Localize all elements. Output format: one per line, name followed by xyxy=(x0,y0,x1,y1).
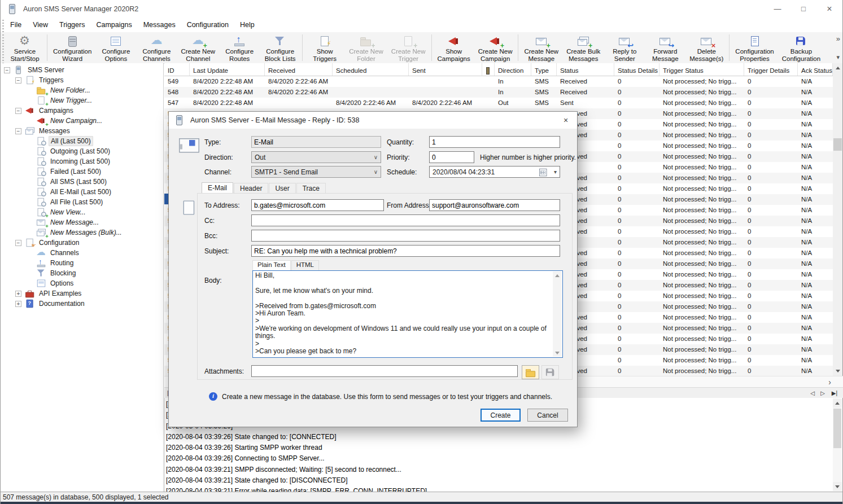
toolbar-button-create-new-channel[interactable]: +Create New Channel xyxy=(177,32,219,63)
tree-item-new-message[interactable]: +New Message... xyxy=(1,217,163,227)
toolbar-button-delete-message-s[interactable]: ×Delete Message(s) xyxy=(685,32,727,63)
log-scroll-up-arrow[interactable] xyxy=(833,398,842,407)
column-header-received[interactable]: Received xyxy=(265,63,333,76)
menu-item-configuration[interactable]: Configuration xyxy=(181,17,234,32)
cancel-button[interactable]: Cancel xyxy=(527,409,568,422)
tree-item-new-campaign[interactable]: +New Campaign... xyxy=(1,116,163,126)
tab-plain-text[interactable]: Plain Text xyxy=(252,260,291,270)
minimize-button[interactable]: — xyxy=(765,0,790,17)
menu-item-campaigns[interactable]: Campaigns xyxy=(90,17,137,32)
cc-input[interactable] xyxy=(251,214,560,226)
close-button[interactable]: × xyxy=(816,0,842,17)
toolbar-button-configure-routes[interactable]: Configure Routes xyxy=(219,32,260,63)
body-scroll-up-arrow[interactable] xyxy=(553,271,562,279)
log-scrollbar[interactable] xyxy=(833,398,842,491)
body-scrollbar[interactable] xyxy=(553,271,562,357)
tree-item-triggers[interactable]: −Triggers xyxy=(1,75,163,85)
quantity-input[interactable] xyxy=(429,136,560,148)
tree-item-outgoing-last-500[interactable]: Outgoing (Last 500) xyxy=(1,146,163,156)
toolbar-button-configure-options[interactable]: Configure Options xyxy=(95,32,136,63)
toolbar-button-show-triggers[interactable]: Show Triggers xyxy=(304,32,345,63)
tree-item-sms-server[interactable]: −SMS Server xyxy=(1,65,163,75)
toolbar-button-service-start-stop[interactable]: Service Start/Stop xyxy=(5,32,45,63)
toolbar-button-create-bulk-messages[interactable]: +Create Bulk Messages xyxy=(562,32,604,63)
menu-item-help[interactable]: Help xyxy=(234,17,260,32)
previous-record-button[interactable]: ◁ xyxy=(809,389,816,397)
tree-item-configuration[interactable]: −Configuration xyxy=(1,238,163,248)
menu-item-view[interactable]: View xyxy=(27,17,54,32)
direction-dropdown[interactable]: Out ∨ xyxy=(251,151,381,163)
toolbar-button-configuration-wizard[interactable]: Configuration Wizard xyxy=(49,32,95,63)
table-row-549[interactable]: 5498/4/2020 2:22:48 AM8/4/2020 2:22:46 A… xyxy=(164,76,833,87)
toolbar-button-reply-to-sender[interactable]: ↩Reply to Sender xyxy=(604,32,645,63)
column-header-status-details[interactable]: Status Details xyxy=(614,63,659,76)
browse-attachment-button[interactable] xyxy=(522,365,539,379)
tree-item-all-last-500[interactable]: All (Last 500) xyxy=(1,136,163,146)
create-button[interactable]: Create xyxy=(481,409,521,422)
column-header-status[interactable]: Status xyxy=(557,63,614,76)
attachments-input[interactable] xyxy=(251,365,518,377)
table-row-547[interactable]: 5478/4/2020 2:22:48 AM8/4/2020 2:22:46 A… xyxy=(164,98,833,108)
toolbar-options-arrow[interactable]: ▾ xyxy=(836,54,840,61)
tree-item-options[interactable]: Options xyxy=(1,278,163,288)
menu-item-triggers[interactable]: Triggers xyxy=(54,17,90,32)
dialog-close-icon[interactable]: × xyxy=(554,112,577,129)
tree-item-new-view[interactable]: +New View... xyxy=(1,207,163,217)
tree-expander[interactable]: − xyxy=(15,128,21,134)
last-record-button[interactable]: ▶| xyxy=(830,389,839,397)
tab-user[interactable]: User xyxy=(269,183,295,194)
column-header-trigger-status[interactable]: Trigger Status xyxy=(659,63,744,76)
tree-expander[interactable]: + xyxy=(15,301,21,307)
schedule-picker[interactable]: 2020/08/04 04:23:31 ▾ xyxy=(429,166,560,178)
maximize-button[interactable]: □ xyxy=(790,0,816,17)
column-header-direction[interactable]: Direction xyxy=(495,63,531,76)
column-header-id[interactable]: ID xyxy=(164,63,190,76)
table-row-548[interactable]: 5488/4/2020 2:22:48 AM8/4/2020 2:22:46 A… xyxy=(164,87,833,98)
toolbar-button-configuration-properties[interactable]: Configuration Properties xyxy=(731,32,778,63)
next-record-button[interactable]: ▷ xyxy=(819,389,827,397)
column-header-ack-status[interactable]: Ack Status xyxy=(798,63,833,76)
tree-expander[interactable]: − xyxy=(15,77,21,84)
tree-item-new-folder[interactable]: +New Folder... xyxy=(1,85,163,95)
tree-item-campaigns[interactable]: −Campaigns xyxy=(1,106,163,116)
tree-item-all-sms-last-500[interactable]: All SMS (Last 500) xyxy=(1,177,163,187)
tree-expander[interactable]: − xyxy=(15,108,21,114)
column-header-trigger-details[interactable]: Trigger Details xyxy=(744,63,798,76)
menu-item-messages[interactable]: Messages xyxy=(138,17,181,32)
column-header-type[interactable]: Type xyxy=(531,63,557,76)
tree-item-incoming-last-500[interactable]: Incoming (Last 500) xyxy=(1,156,163,166)
scroll-up-arrow[interactable] xyxy=(833,63,842,73)
toolbar-overflow-button[interactable]: » xyxy=(836,34,840,43)
body-editor[interactable]: Hi Bill, Sure, let me know what's on you… xyxy=(252,270,563,358)
log-scroll-down-arrow[interactable] xyxy=(833,482,842,491)
tree-item-all-e-mail-last-500[interactable]: All E-Mail (Last 500) xyxy=(1,187,163,197)
tab-header[interactable]: Header xyxy=(234,183,268,194)
tree-expander[interactable]: − xyxy=(4,67,10,73)
body-scroll-down-arrow[interactable] xyxy=(553,349,562,357)
tab-trace[interactable]: Trace xyxy=(296,183,326,194)
scrollbar-thumb[interactable] xyxy=(833,138,842,151)
from-address-input[interactable] xyxy=(429,199,560,211)
menu-item-file[interactable]: File xyxy=(5,17,27,32)
tree-item-api-examples[interactable]: +API Examples xyxy=(1,288,163,299)
tree-item-failed-last-500[interactable]: Failed (Last 500) xyxy=(1,166,163,177)
tree-item-blocking[interactable]: Blocking xyxy=(1,268,163,278)
tree-item-new-messages-bulk[interactable]: +New Messages (Bulk)... xyxy=(1,227,163,238)
toolbar-button-show-campaigns[interactable]: Show Campaigns xyxy=(434,32,474,63)
column-header-priority[interactable] xyxy=(482,63,495,76)
tree-item-all-file-last-500[interactable]: All File (Last 500) xyxy=(1,197,163,207)
column-header-sent[interactable]: Sent xyxy=(409,63,482,76)
scroll-down-arrow[interactable] xyxy=(833,366,842,376)
tab-html[interactable]: HTML xyxy=(291,260,319,270)
tree-item-channels[interactable]: Channels xyxy=(1,248,163,258)
bcc-input[interactable] xyxy=(251,230,560,242)
channel-dropdown[interactable]: SMTP1 - Send Email ∨ xyxy=(251,166,381,178)
to-address-input[interactable] xyxy=(251,199,384,211)
column-header-last-update[interactable]: Last Update xyxy=(190,63,265,76)
toolbar-button-configure-channels[interactable]: Configure Channels xyxy=(136,32,177,63)
tree-item-routing[interactable]: Routing xyxy=(1,258,163,268)
toolbar-button-backup-configuration[interactable]: Backup Configuration xyxy=(778,32,824,63)
priority-input[interactable] xyxy=(429,151,474,163)
toolbar-button-create-new-campaign[interactable]: +Create New Campaign xyxy=(474,32,517,63)
tree-item-new-trigger[interactable]: +New Trigger... xyxy=(1,95,163,106)
